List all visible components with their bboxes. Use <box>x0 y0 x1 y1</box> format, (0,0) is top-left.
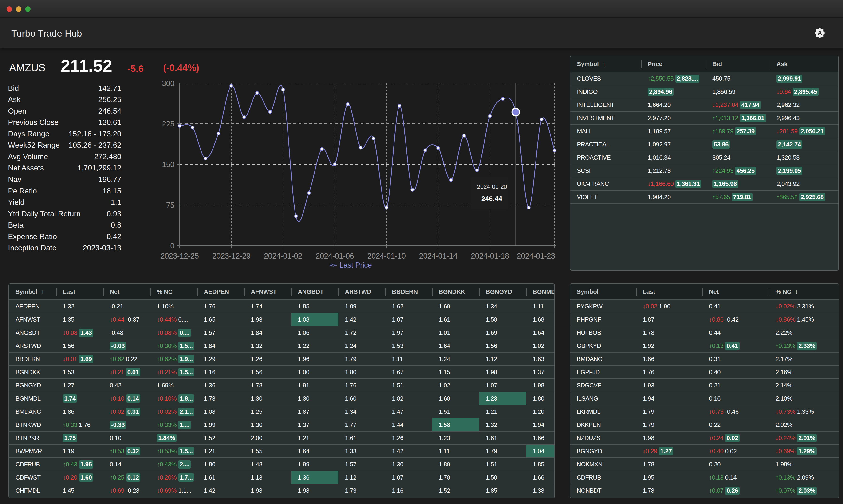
svg-text:2024-01-20: 2024-01-20 <box>477 183 507 190</box>
svg-text:2024-01-02: 2024-01-02 <box>264 252 302 260</box>
svg-text:75: 75 <box>166 201 175 210</box>
svg-text:2024-01-10: 2024-01-10 <box>367 252 406 260</box>
svg-text:2024-01-06: 2024-01-06 <box>316 252 354 260</box>
svg-text:300: 300 <box>162 79 175 88</box>
svg-text:2024-01-18: 2024-01-18 <box>471 252 509 260</box>
svg-text:2024-01-14: 2024-01-14 <box>419 252 458 260</box>
svg-text:0: 0 <box>170 241 175 250</box>
svg-text:2023-12-25: 2023-12-25 <box>161 252 199 260</box>
svg-text:150: 150 <box>162 160 175 169</box>
svg-text:2024-01-23: 2024-01-23 <box>517 252 555 260</box>
svg-text:2023-12-29: 2023-12-29 <box>212 252 251 260</box>
svg-text:246.44: 246.44 <box>481 195 502 202</box>
svg-text:225: 225 <box>162 120 175 128</box>
